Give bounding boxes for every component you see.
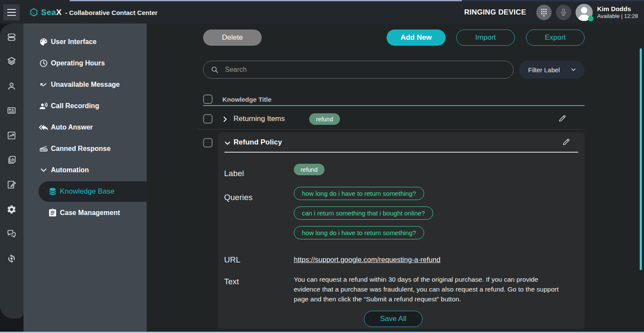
row-title[interactable]: Returning Items [233, 115, 285, 123]
query-chip[interactable]: how long do i have to return something? [294, 226, 424, 239]
url-field-name: URL [224, 255, 240, 265]
survey-edit-icon[interactable] [6, 180, 17, 190]
panel-title[interactable]: Refund Policy [233, 138, 282, 147]
sidebar-item-label: Call Recording [51, 102, 99, 110]
import-button[interactable]: Import [456, 29, 515, 46]
sidebar-item-call-recording[interactable]: Call Recording [24, 95, 147, 117]
edit-pencil-icon[interactable] [558, 114, 567, 123]
sidebar-item-label: Canned Response [51, 145, 111, 153]
filter-label-dropdown[interactable]: Filter Label [519, 61, 585, 79]
brand-name: SeaX [41, 8, 62, 17]
record-voice-icon [39, 101, 48, 111]
query-chip[interactable]: how long do i have to return something? [294, 187, 424, 200]
seax-logo-icon [29, 8, 38, 17]
sidebar-item-canned-response[interactable]: Canned Response [24, 138, 147, 159]
query-chip[interactable]: can i return something that i bought onl… [294, 206, 433, 220]
menu-hamburger-button[interactable] [3, 4, 20, 21]
queries-field-name: Queries [224, 193, 253, 202]
user-avatar[interactable] [576, 4, 593, 21]
search-icon [210, 65, 219, 74]
queues-icon[interactable] [6, 32, 17, 42]
sidebar-item-operating-hours[interactable]: Operating Hours [24, 53, 147, 74]
knowledge-base-main: Delete Add New Import Export Filter Labe… [147, 24, 644, 333]
user-name: Kim Dodds [597, 5, 638, 13]
brand-suffix: - Collaborative Contact Center [65, 9, 158, 16]
export-button[interactable]: Export [526, 29, 585, 46]
sidebar-item-label: Auto Answer [51, 124, 93, 131]
brand-logo: SeaX - Collaborative Contact Center [29, 1, 157, 24]
settings-sidebar: User Interface Operating Hours Unavailab… [24, 24, 147, 333]
search-input[interactable] [225, 66, 506, 74]
sidebar-item-label: Unavailable Message [51, 81, 120, 88]
delete-button[interactable]: Delete [203, 29, 262, 46]
support-url-link[interactable]: https://support.google.com/requesting-a-… [294, 256, 440, 264]
layers-icon[interactable] [6, 56, 17, 66]
icon-rail-surface [0, 24, 24, 318]
chevron-down-icon [570, 66, 577, 73]
status-dot [588, 16, 594, 21]
row-label-badge: refund [309, 113, 340, 125]
reports-icon[interactable] [6, 155, 17, 165]
icon-rail [0, 24, 24, 333]
save-all-button[interactable]: Save All [364, 311, 422, 327]
missed-call-icon [39, 80, 48, 89]
chevron-down-icon [39, 165, 48, 175]
row-checkbox[interactable] [203, 138, 213, 147]
sidebar-item-user-interface[interactable]: User Interface [24, 31, 147, 53]
table-header-underline [203, 105, 585, 106]
contact-card-icon[interactable] [6, 106, 17, 116]
filter-label-text: Filter Label [528, 66, 560, 74]
sidebar-item-label: User Interface [51, 38, 97, 46]
sidebar-item-unavailable-message[interactable]: Unavailable Message [24, 74, 147, 95]
palette-icon [39, 37, 48, 47]
database-icon [48, 187, 57, 196]
chevron-down-icon[interactable] [223, 139, 232, 147]
sidebar-item-label: Knowledge Base [60, 187, 115, 196]
sidebar-item-knowledge-base[interactable]: Knowledge Base [24, 181, 147, 202]
app-window: SeaX - Collaborative Contact Center RING… [0, 0, 644, 333]
reply-all-icon [39, 123, 48, 132]
analytics-chart-icon[interactable] [6, 130, 17, 141]
search-bar [203, 61, 514, 79]
scanner-icon [39, 144, 48, 153]
text-field-name: Text [224, 277, 239, 286]
user-icon[interactable] [6, 81, 17, 91]
table-row: Returning Items refund [203, 111, 585, 129]
header-right-cluster: RINGING DEVICE [464, 1, 638, 24]
ringing-device-status: RINGING DEVICE [464, 8, 526, 17]
sidebar-item-label: Operating Hours [51, 59, 105, 67]
edit-pencil-icon[interactable] [562, 138, 570, 146]
sidebar-item-case-management[interactable]: Case Management [24, 202, 147, 224]
column-header-knowledge-title: Knowledge Title [222, 94, 272, 104]
label-value-badge: refund [294, 164, 325, 175]
sidebar-item-automation[interactable]: Automation [24, 159, 147, 181]
refund-text-content: You can request a refund within 30 days … [294, 274, 564, 304]
microphone-button[interactable] [556, 5, 571, 20]
user-availability: Available | 12:28 [597, 13, 638, 20]
panel-divider [225, 152, 578, 153]
chat-bubbles-icon[interactable] [6, 229, 17, 239]
settings-gear-icon[interactable] [6, 204, 17, 215]
app-header: SeaX - Collaborative Contact Center RING… [0, 1, 644, 24]
refund-policy-panel: Refund Policy Label refund Queries how l… [218, 133, 585, 329]
clock-icon [39, 59, 48, 68]
clipboard-icon [48, 208, 57, 218]
add-new-button[interactable]: Add New [387, 29, 446, 46]
dialpad-button[interactable] [536, 5, 552, 20]
row-divider [198, 129, 585, 130]
sidebar-item-label: Automation [51, 166, 89, 174]
chevron-right-icon[interactable] [221, 115, 229, 123]
integration-sync-icon[interactable] [6, 253, 17, 264]
label-field-name: Label [224, 169, 244, 178]
sidebar-item-auto-answer[interactable]: Auto Answer [24, 117, 147, 138]
user-info: Kim Dodds Available | 12:28 [597, 5, 638, 20]
sidebar-item-label: Case Management [60, 209, 120, 217]
select-all-checkbox[interactable] [203, 94, 213, 104]
vertical-scrollbar-thumb[interactable] [640, 48, 642, 270]
